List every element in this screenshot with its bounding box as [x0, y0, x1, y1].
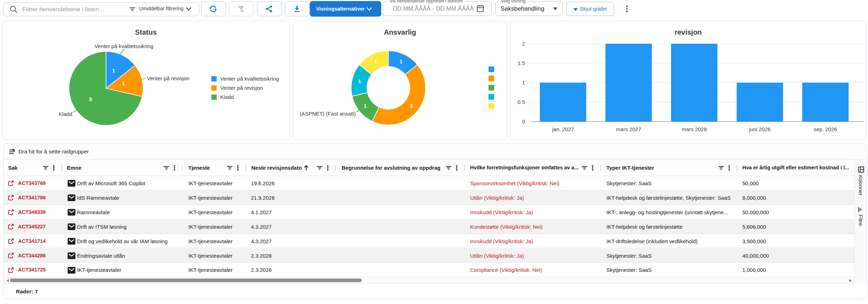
- svg-text:1: 1: [522, 80, 525, 86]
- svg-text:2: 2: [522, 41, 525, 47]
- svg-text:mars 2027: mars 2027: [616, 126, 641, 132]
- svg-text:juni 2026: juni 2026: [749, 126, 771, 132]
- svg-text:0: 0: [522, 118, 525, 124]
- svg-text:sep. 2026: sep. 2026: [814, 126, 837, 132]
- svg-text:mars 2028: mars 2028: [682, 126, 707, 132]
- svg-text:0.5: 0.5: [518, 99, 525, 105]
- svg-text:1.5: 1.5: [518, 60, 525, 66]
- svg-text:jan. 2027: jan. 2027: [552, 126, 574, 132]
